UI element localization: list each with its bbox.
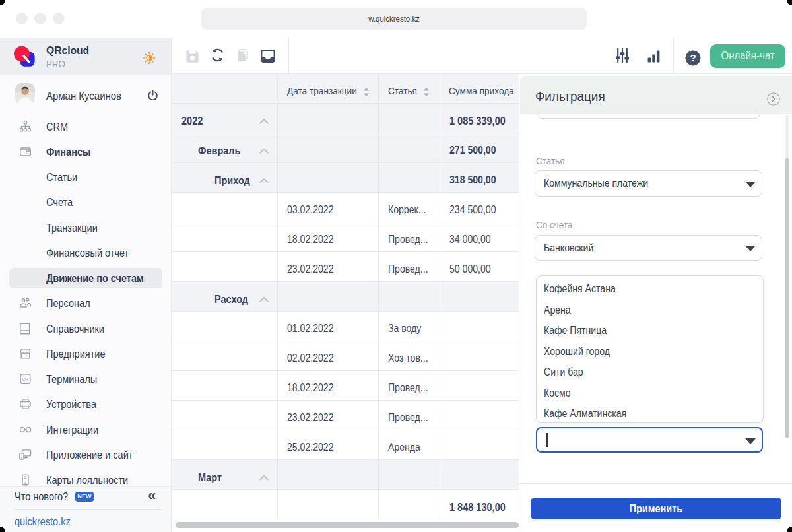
svg-text:QR: QR	[22, 377, 29, 382]
svg-text:?: ?	[690, 52, 696, 63]
